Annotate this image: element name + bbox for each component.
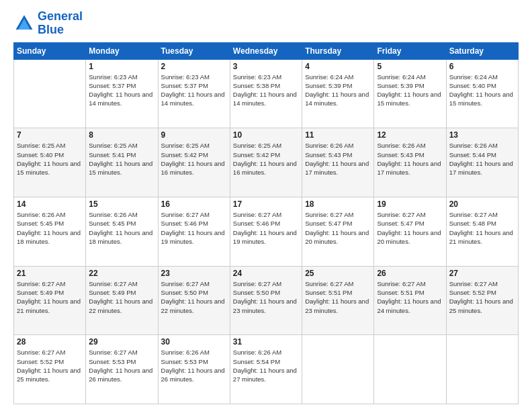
calendar-cell: 19 Sunrise: 6:27 AMSunset: 5:47 PMDaylig… <box>374 197 446 266</box>
calendar-cell: 4 Sunrise: 6:24 AMSunset: 5:39 PMDayligh… <box>302 59 374 128</box>
day-number: 28 <box>17 337 83 347</box>
day-number: 31 <box>233 337 299 347</box>
logo-icon <box>13 13 35 34</box>
calendar-cell: 15 Sunrise: 6:26 AMSunset: 5:45 PMDaylig… <box>86 197 158 266</box>
calendar-cell: 25 Sunrise: 6:27 AMSunset: 5:51 PMDaylig… <box>302 266 374 335</box>
day-number: 16 <box>161 199 227 209</box>
calendar-cell: 31 Sunrise: 6:26 AMSunset: 5:54 PMDaylig… <box>230 335 302 404</box>
weekday-header-cell: Tuesday <box>158 42 230 59</box>
weekday-header-cell: Saturday <box>446 42 518 59</box>
day-number: 23 <box>161 269 227 278</box>
day-number: 4 <box>305 62 371 71</box>
weekday-header-cell: Sunday <box>14 42 86 59</box>
day-number: 5 <box>377 62 443 71</box>
day-number: 20 <box>449 199 515 209</box>
day-info: Sunrise: 6:25 AMSunset: 5:42 PMDaylight:… <box>161 141 227 177</box>
day-info: Sunrise: 6:26 AMSunset: 5:45 PMDaylight:… <box>17 210 83 246</box>
calendar-cell: 8 Sunrise: 6:25 AMSunset: 5:41 PMDayligh… <box>86 128 158 197</box>
day-info: Sunrise: 6:26 AMSunset: 5:44 PMDaylight:… <box>449 141 515 177</box>
day-number: 3 <box>233 62 299 71</box>
weekday-header-cell: Wednesday <box>230 42 302 59</box>
calendar-cell: 23 Sunrise: 6:27 AMSunset: 5:50 PMDaylig… <box>158 266 230 335</box>
day-info: Sunrise: 6:25 AMSunset: 5:42 PMDaylight:… <box>233 141 299 177</box>
calendar-cell: 17 Sunrise: 6:27 AMSunset: 5:46 PMDaylig… <box>230 197 302 266</box>
day-number: 13 <box>449 130 515 140</box>
day-number: 30 <box>161 337 227 347</box>
day-info: Sunrise: 6:26 AMSunset: 5:43 PMDaylight:… <box>377 141 443 177</box>
day-info: Sunrise: 6:25 AMSunset: 5:40 PMDaylight:… <box>17 141 83 177</box>
calendar-cell: 3 Sunrise: 6:23 AMSunset: 5:38 PMDayligh… <box>230 59 302 128</box>
day-info: Sunrise: 6:25 AMSunset: 5:41 PMDaylight:… <box>89 141 154 177</box>
weekday-header-cell: Thursday <box>302 42 374 59</box>
day-info: Sunrise: 6:27 AMSunset: 5:46 PMDaylight:… <box>233 210 299 246</box>
day-number: 1 <box>89 62 154 71</box>
calendar-cell: 10 Sunrise: 6:25 AMSunset: 5:42 PMDaylig… <box>230 128 302 197</box>
calendar-cell: 18 Sunrise: 6:27 AMSunset: 5:47 PMDaylig… <box>302 197 374 266</box>
day-info: Sunrise: 6:27 AMSunset: 5:50 PMDaylight:… <box>233 279 299 315</box>
logo: General Blue <box>13 10 83 37</box>
day-info: Sunrise: 6:27 AMSunset: 5:46 PMDaylight:… <box>161 210 227 246</box>
day-info: Sunrise: 6:27 AMSunset: 5:49 PMDaylight:… <box>89 279 154 315</box>
logo-text: General Blue <box>38 10 83 37</box>
day-info: Sunrise: 6:26 AMSunset: 5:54 PMDaylight:… <box>233 348 299 383</box>
day-number: 10 <box>233 130 299 140</box>
day-info: Sunrise: 6:23 AMSunset: 5:37 PMDaylight:… <box>89 73 154 108</box>
day-info: Sunrise: 6:23 AMSunset: 5:38 PMDaylight:… <box>233 73 299 108</box>
calendar-cell: 29 Sunrise: 6:27 AMSunset: 5:53 PMDaylig… <box>86 335 158 404</box>
day-number: 21 <box>17 269 83 278</box>
day-info: Sunrise: 6:27 AMSunset: 5:51 PMDaylight:… <box>305 279 371 315</box>
day-number: 19 <box>377 199 443 209</box>
day-number: 15 <box>89 199 154 209</box>
weekday-header-cell: Monday <box>86 42 158 59</box>
day-info: Sunrise: 6:27 AMSunset: 5:50 PMDaylight:… <box>161 279 227 315</box>
day-info: Sunrise: 6:27 AMSunset: 5:53 PMDaylight:… <box>89 348 154 383</box>
calendar-cell: 1 Sunrise: 6:23 AMSunset: 5:37 PMDayligh… <box>86 59 158 128</box>
day-info: Sunrise: 6:24 AMSunset: 5:39 PMDaylight:… <box>305 73 371 108</box>
day-info: Sunrise: 6:23 AMSunset: 5:37 PMDaylight:… <box>161 73 227 108</box>
day-number: 12 <box>377 130 443 140</box>
calendar-cell: 27 Sunrise: 6:27 AMSunset: 5:52 PMDaylig… <box>446 266 518 335</box>
day-info: Sunrise: 6:24 AMSunset: 5:40 PMDaylight:… <box>449 73 515 108</box>
day-number: 11 <box>305 130 371 140</box>
calendar-cell: 12 Sunrise: 6:26 AMSunset: 5:43 PMDaylig… <box>374 128 446 197</box>
calendar-cell: 13 Sunrise: 6:26 AMSunset: 5:44 PMDaylig… <box>446 128 518 197</box>
calendar-cell: 24 Sunrise: 6:27 AMSunset: 5:50 PMDaylig… <box>230 266 302 335</box>
calendar-cell: 30 Sunrise: 6:26 AMSunset: 5:53 PMDaylig… <box>158 335 230 404</box>
calendar-cell: 26 Sunrise: 6:27 AMSunset: 5:51 PMDaylig… <box>374 266 446 335</box>
day-info: Sunrise: 6:26 AMSunset: 5:45 PMDaylight:… <box>89 210 154 246</box>
calendar-cell: 22 Sunrise: 6:27 AMSunset: 5:49 PMDaylig… <box>86 266 158 335</box>
day-info: Sunrise: 6:27 AMSunset: 5:51 PMDaylight:… <box>377 279 443 315</box>
day-info: Sunrise: 6:27 AMSunset: 5:49 PMDaylight:… <box>17 279 83 315</box>
day-info: Sunrise: 6:24 AMSunset: 5:39 PMDaylight:… <box>377 73 443 108</box>
calendar-cell: 2 Sunrise: 6:23 AMSunset: 5:37 PMDayligh… <box>158 59 230 128</box>
page: General Blue SundayMondayTuesdayWednesda… <box>0 0 532 411</box>
weekday-header-cell: Friday <box>374 42 446 59</box>
calendar-cell: 16 Sunrise: 6:27 AMSunset: 5:46 PMDaylig… <box>158 197 230 266</box>
day-number: 25 <box>305 269 371 278</box>
day-number: 8 <box>89 130 154 140</box>
calendar-cell: 11 Sunrise: 6:26 AMSunset: 5:43 PMDaylig… <box>302 128 374 197</box>
day-number: 29 <box>89 337 154 347</box>
day-number: 6 <box>449 62 515 71</box>
calendar-cell <box>302 335 374 404</box>
day-number: 26 <box>377 269 443 278</box>
calendar-cell <box>14 59 86 128</box>
day-info: Sunrise: 6:27 AMSunset: 5:48 PMDaylight:… <box>449 210 515 246</box>
header: General Blue <box>13 10 519 37</box>
calendar-cell: 20 Sunrise: 6:27 AMSunset: 5:48 PMDaylig… <box>446 197 518 266</box>
calendar-cell: 5 Sunrise: 6:24 AMSunset: 5:39 PMDayligh… <box>374 59 446 128</box>
day-number: 18 <box>305 199 371 209</box>
day-number: 22 <box>89 269 154 278</box>
day-info: Sunrise: 6:27 AMSunset: 5:47 PMDaylight:… <box>377 210 443 246</box>
day-info: Sunrise: 6:26 AMSunset: 5:53 PMDaylight:… <box>161 348 227 383</box>
calendar-cell: 6 Sunrise: 6:24 AMSunset: 5:40 PMDayligh… <box>446 59 518 128</box>
day-info: Sunrise: 6:26 AMSunset: 5:43 PMDaylight:… <box>305 141 371 177</box>
calendar-table: SundayMondayTuesdayWednesdayThursdayFrid… <box>13 42 519 404</box>
calendar-cell: 14 Sunrise: 6:26 AMSunset: 5:45 PMDaylig… <box>14 197 86 266</box>
day-info: Sunrise: 6:27 AMSunset: 5:47 PMDaylight:… <box>305 210 371 246</box>
day-number: 9 <box>161 130 227 140</box>
day-info: Sunrise: 6:27 AMSunset: 5:52 PMDaylight:… <box>449 279 515 315</box>
calendar-cell: 9 Sunrise: 6:25 AMSunset: 5:42 PMDayligh… <box>158 128 230 197</box>
calendar-cell: 21 Sunrise: 6:27 AMSunset: 5:49 PMDaylig… <box>14 266 86 335</box>
day-number: 7 <box>17 130 83 140</box>
